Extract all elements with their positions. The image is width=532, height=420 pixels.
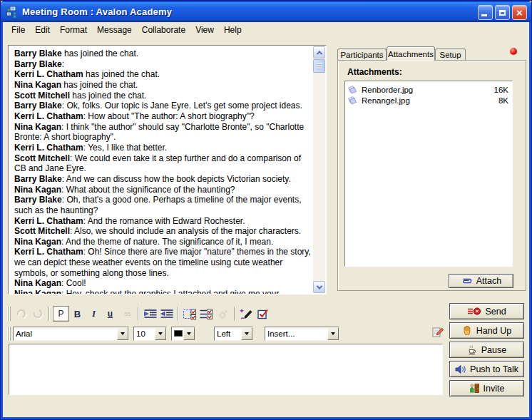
- chat-message: Kerri L. Chatham: How about "The author:…: [14, 111, 311, 122]
- select-checkboxes-icon[interactable]: [182, 306, 198, 322]
- chat-message: Kerri L. Chatham: Yes, I like that bette…: [14, 143, 311, 153]
- coffee-cup-icon: [467, 344, 478, 355]
- chevron-up-icon: [316, 51, 322, 56]
- chat-message: Kerri L. Chatham has joined the chat.: [14, 69, 311, 80]
- toolbar-grip-handle[interactable]: [7, 327, 11, 341]
- tab-attachments[interactable]: Attachments: [387, 46, 435, 61]
- font-size-value: 10: [134, 327, 155, 340]
- dropdown-arrow-icon[interactable]: [155, 327, 166, 340]
- font-family-select[interactable]: Arial: [13, 327, 129, 341]
- insert-select[interactable]: Insert...: [265, 327, 339, 341]
- chat-scrollbar[interactable]: [313, 46, 325, 293]
- invite-label: Invite: [484, 384, 505, 394]
- dropdown-arrow-icon[interactable]: [241, 327, 252, 340]
- font-size-select[interactable]: 10: [133, 327, 167, 341]
- chat-messages: Barry Blake has joined the chat.Barry Bl…: [9, 46, 314, 294]
- indent-decrease-icon[interactable]: [158, 306, 175, 322]
- list-checkboxes-icon[interactable]: [198, 306, 215, 322]
- chat-message: Scott Mitchell has joined the chat.: [14, 91, 311, 101]
- chat-message: Nina Kagan: Cool!: [14, 278, 311, 289]
- redo-icon[interactable]: [29, 306, 46, 322]
- invite-button[interactable]: Invite: [449, 380, 524, 396]
- underline-label: u: [108, 309, 113, 319]
- send-label: Send: [485, 307, 506, 317]
- chat-message: Barry Blake: And we can discuss how the …: [14, 174, 311, 185]
- chat-message: Barry Blake has joined the chat.: [14, 48, 311, 59]
- dropdown-arrow-icon[interactable]: [327, 327, 339, 340]
- chat-message: Kerri L. Chatham: Oh! Since there are fi…: [14, 247, 311, 278]
- chat-message: Nina Kagan: Hey, check out the graphics …: [14, 289, 311, 294]
- insert-value: Insert...: [265, 327, 327, 340]
- note-icon: [347, 96, 359, 105]
- font-color-select[interactable]: [171, 327, 195, 341]
- menu-collaborate[interactable]: Collaborate: [142, 25, 185, 35]
- menu-edit[interactable]: Edit: [35, 25, 50, 35]
- recording-indicator-icon: [510, 48, 517, 55]
- scroll-down-button[interactable]: [313, 281, 325, 293]
- underline-button[interactable]: u: [102, 306, 118, 322]
- indent-increase-icon[interactable]: [142, 306, 158, 322]
- pause-label: Pause: [481, 345, 506, 355]
- chat-message: Barry Blake: Ok, folks. Our topic is Jan…: [14, 101, 311, 111]
- titlebar[interactable]: Meeting Room : Avalon Academy ×: [1, 1, 531, 22]
- alignment-select[interactable]: Left: [214, 327, 253, 341]
- paperclip-icon: [461, 277, 473, 285]
- attach-button[interactable]: Attach: [449, 274, 513, 288]
- toolbar-grip-handle[interactable]: [7, 307, 11, 321]
- hand-up-button[interactable]: Hand Up: [449, 322, 524, 339]
- dropdown-arrow-icon[interactable]: [183, 327, 195, 340]
- annotate-pen-icon[interactable]: [238, 306, 255, 322]
- window-title: Meeting Room : Avalon Academy: [22, 6, 172, 17]
- maximize-icon: [499, 10, 506, 16]
- scroll-up-button[interactable]: [313, 46, 325, 58]
- attachment-size: 8K: [498, 96, 508, 105]
- attachment-item[interactable]: Renborder.jpg16K: [345, 84, 512, 95]
- chat-message: Scott Mitchell: Also, we should include …: [14, 226, 311, 237]
- menu-file[interactable]: File: [11, 25, 25, 35]
- pause-button[interactable]: Pause: [449, 342, 524, 358]
- toolbar-separator: [178, 307, 179, 321]
- italic-label: I: [92, 308, 96, 319]
- meeting-room-app-icon: [6, 6, 19, 19]
- minimize-button[interactable]: [478, 5, 493, 20]
- window-border-left: [1, 22, 3, 419]
- toolbar-separator: [48, 307, 50, 321]
- menu-message[interactable]: Message: [97, 25, 132, 35]
- menu-format[interactable]: Format: [60, 25, 87, 35]
- font-family-value: Arial: [14, 327, 117, 340]
- attachment-name: Renangel.jpg: [362, 96, 498, 105]
- push-to-talk-button[interactable]: Push to Talk: [449, 361, 524, 377]
- scroll-thumb[interactable]: [313, 59, 325, 73]
- note-icon: [347, 85, 359, 94]
- bold-label: B: [74, 309, 81, 319]
- paragraph-button[interactable]: P: [53, 306, 69, 322]
- window-border-bottom: [1, 417, 531, 419]
- attachment-size: 16K: [494, 86, 508, 94]
- menu-help[interactable]: Help: [224, 25, 242, 35]
- tab-participants[interactable]: Participants: [337, 48, 387, 61]
- paragraph-label: P: [58, 309, 63, 319]
- send-button[interactable]: Send: [449, 303, 524, 319]
- bold-button[interactable]: B: [69, 306, 86, 322]
- undo-icon[interactable]: [13, 306, 29, 322]
- tab-setup[interactable]: Setup: [435, 48, 466, 61]
- message-input[interactable]: [9, 344, 443, 395]
- meeting-room-window: Meeting Room : Avalon Academy × File Edi…: [0, 0, 532, 420]
- attachment-item[interactable]: Renangel.jpg8K: [345, 95, 512, 106]
- attachments-list[interactable]: Renborder.jpg16KRenangel.jpg8K: [344, 81, 513, 267]
- thumb-grip-icon: [317, 63, 322, 69]
- dropdown-arrow-icon[interactable]: [117, 327, 128, 340]
- checkbox-icon[interactable]: [255, 306, 271, 322]
- close-button[interactable]: ×: [512, 5, 527, 20]
- speaker-icon: [455, 364, 466, 374]
- disabled-icon: [215, 306, 231, 322]
- font-color-swatch: [174, 330, 183, 337]
- attachments-heading: Attachments:: [347, 67, 402, 77]
- alignment-value: Left: [215, 327, 241, 340]
- menu-view[interactable]: View: [195, 25, 214, 35]
- chat-message: Nina Kagan: What about the significance …: [14, 185, 311, 195]
- maximize-button[interactable]: [495, 5, 510, 20]
- edit-note-icon[interactable]: [431, 326, 444, 339]
- italic-button[interactable]: I: [86, 306, 102, 322]
- toolbar-separator: [234, 307, 235, 321]
